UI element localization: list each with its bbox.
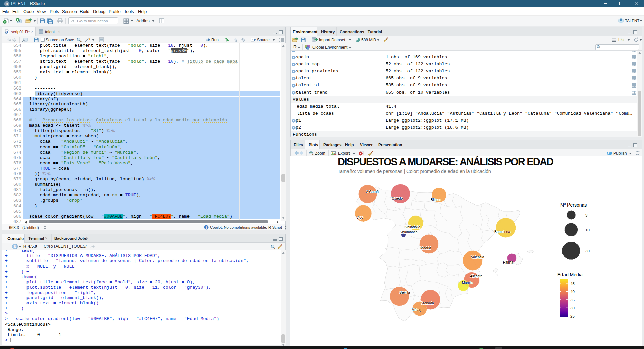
svg-text:R: R xyxy=(6,31,8,34)
svg-text:A Coruñ: A Coruñ xyxy=(366,190,379,194)
svg-text:R: R xyxy=(620,19,622,22)
svg-text:10: 10 xyxy=(585,228,590,232)
svg-text:Salamanca: Salamanca xyxy=(400,230,418,234)
svg-text:R: R xyxy=(14,244,17,248)
svg-text:Granada: Granada xyxy=(420,301,434,305)
svg-text:30: 30 xyxy=(570,306,575,310)
svg-text:35: 35 xyxy=(570,298,575,302)
svg-text:Madrid: Madrid xyxy=(420,246,431,250)
svg-text:Bilbao: Bilbao xyxy=(431,198,440,202)
svg-text:Edad Media: Edad Media xyxy=(557,272,583,277)
svg-text:25: 25 xyxy=(570,314,575,318)
svg-text:30: 30 xyxy=(585,249,590,253)
svg-text:Vigo: Vigo xyxy=(356,215,363,219)
svg-text:Alicante: Alicante xyxy=(470,274,483,278)
svg-text:R: R xyxy=(6,2,9,6)
svg-text:Palma: Palma xyxy=(503,260,513,264)
svg-text:45: 45 xyxy=(570,282,575,286)
svg-text:Sevilla: Sevilla xyxy=(399,290,410,294)
svg-text:Oviedo: Oviedo xyxy=(392,196,403,200)
svg-text:Barcelona: Barcelona xyxy=(494,230,510,234)
svg-text:Valencia: Valencia xyxy=(471,255,484,259)
svg-text:i: i xyxy=(206,226,207,229)
svg-text:Nº Personas: Nº Personas xyxy=(560,202,587,208)
svg-text:3: 3 xyxy=(585,213,587,217)
svg-text:Murcia: Murcia xyxy=(462,281,473,285)
svg-text:40: 40 xyxy=(570,290,575,294)
svg-text:Málag: Málag xyxy=(412,308,421,312)
svg-text:Valladolid: Valladolid xyxy=(405,225,420,229)
